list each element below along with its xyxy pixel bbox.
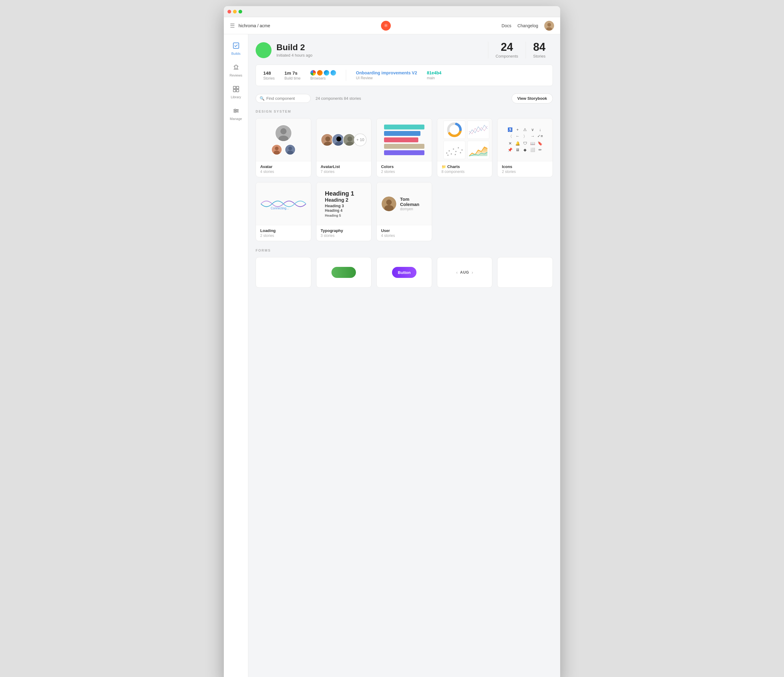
form-card-4[interactable]: ‹ AUG ›	[437, 257, 493, 288]
forms-grid: Button ‹ AUG ›	[256, 257, 553, 288]
area-chart	[468, 142, 489, 158]
edge-icon	[324, 70, 329, 76]
changelog-link[interactable]: Changelog	[517, 23, 538, 28]
sidebar-item-builds[interactable]: Builds	[226, 39, 246, 58]
close-button[interactable]	[227, 10, 231, 14]
icon-book: 📖	[530, 141, 535, 146]
svg-text:⚛: ⚛	[384, 23, 388, 28]
sidebar: Builds Reviews	[224, 34, 248, 677]
form-card-5[interactable]	[497, 257, 553, 288]
icon-arrow-left: ←	[515, 134, 520, 139]
topbar-center: ⚛	[270, 21, 501, 31]
svg-point-44	[458, 147, 459, 148]
svg-point-47	[447, 154, 449, 156]
colors-card-info: Colors 2 stories	[377, 161, 432, 177]
svg-point-13	[235, 109, 236, 110]
heading2-preview: Heading 2	[325, 197, 363, 204]
avatar-large	[275, 125, 292, 142]
view-storybook-button[interactable]: View Storybook	[512, 94, 553, 103]
avatarlist-card[interactable]: + 10 AvatarList 7 stories	[316, 118, 372, 177]
menu-icon[interactable]: ☰	[230, 22, 235, 29]
stories-value: 148	[263, 70, 275, 76]
library-label: Library	[231, 95, 241, 99]
avatar-row	[271, 144, 296, 155]
typography-card[interactable]: Heading 1 Heading 2 Heading 3 Heading 4 …	[316, 182, 372, 241]
avatar-small-1	[271, 144, 282, 155]
component-grid: Avatar 4 stories	[256, 118, 553, 241]
traffic-lights	[227, 10, 242, 14]
titlebar	[224, 6, 560, 17]
stories-stat: 84 Stories	[526, 42, 553, 58]
reviews-label: Reviews	[230, 73, 243, 77]
reviews-icon	[233, 64, 240, 72]
sidebar-item-manage[interactable]: Manage	[226, 105, 246, 124]
area-chart-cell	[467, 141, 489, 159]
build-info-bar: 148 Stories 1m 7s Build time Browsers	[256, 65, 553, 86]
ui-review-label: UI Review	[356, 76, 417, 80]
ui-review-link[interactable]: Onboarding improvements V2	[356, 70, 417, 75]
loading-card-info: Loading 2 stories	[256, 225, 311, 241]
toggle-switch	[331, 267, 356, 278]
sidebar-item-library[interactable]: Library	[226, 83, 246, 102]
charts-name: Charts	[447, 164, 460, 169]
build-stats: 24 Components 84 Stories	[488, 42, 553, 58]
color-bar-2	[384, 131, 420, 136]
icons-card[interactable]: ♿ + ⚠ ∨ ↓ 〈 ← 〉 → ✓≡ ✕ 🔔 🛡	[497, 118, 553, 177]
builds-icon	[233, 42, 240, 50]
build-status-indicator	[256, 42, 272, 58]
calendar-prev[interactable]: ‹	[456, 270, 458, 275]
icons-name: Icons	[502, 164, 548, 169]
user-card-info: User 4 stories	[377, 225, 432, 241]
app-logo: ⚛	[381, 21, 391, 31]
charts-card[interactable]: 📁 Charts 8 components	[437, 118, 493, 177]
commit-hash[interactable]: 81e4b4	[427, 70, 441, 75]
icon-plus: +	[515, 127, 520, 132]
user-card-avatar	[382, 197, 396, 211]
icons-card-info: Icons 2 stories	[498, 161, 552, 177]
avatarlist-stories: 7 stories	[321, 170, 367, 174]
topbar-right: Docs Changelog	[501, 21, 554, 31]
docs-link[interactable]: Docs	[501, 23, 511, 28]
svg-point-14	[236, 110, 238, 111]
design-system-section-title: DESIGN SYSTEM	[256, 109, 553, 113]
build-time-value: 1m 7s	[285, 70, 300, 76]
color-bar-3	[384, 137, 418, 142]
svg-point-20	[275, 147, 278, 150]
sidebar-item-reviews[interactable]: Reviews	[226, 61, 246, 80]
color-bar-1	[384, 125, 425, 129]
avatarlist-row: + 10	[321, 133, 367, 146]
icon-shield: 🛡	[522, 141, 528, 146]
loading-preview: Connecting...	[256, 183, 311, 225]
browsers-label: Browsers	[310, 76, 336, 81]
loading-card[interactable]: Connecting... Loading 2 stories	[256, 182, 311, 241]
avatar-card[interactable]: Avatar 4 stories	[256, 118, 311, 177]
main-layout: Builds Reviews	[224, 34, 560, 677]
icon-bookmark-2: 📌	[507, 148, 513, 152]
ui-review-info: Onboarding improvements V2 UI Review	[356, 70, 417, 80]
user-card[interactable]: Tom Coleman domyen User 4 stories	[376, 182, 432, 241]
minimize-button[interactable]	[233, 10, 236, 14]
avatarlist-name: AvatarList	[321, 164, 367, 169]
calendar-next[interactable]: ›	[471, 270, 473, 275]
loading-wave-svg: Connecting...	[261, 195, 306, 213]
form-card-1[interactable]	[256, 257, 311, 288]
forms-section-title: FORMS	[256, 248, 553, 252]
build-time-info: 1m 7s Build time	[285, 70, 300, 81]
icon-bookmark: 🔖	[537, 141, 543, 146]
svg-point-46	[461, 149, 463, 151]
stories-info: 148 Stories	[263, 70, 275, 81]
svg-point-38	[452, 127, 457, 133]
loading-stories: 2 stories	[260, 234, 307, 238]
avatar-name: Avatar	[260, 164, 307, 169]
build-subtitle: Initiated 4 hours ago	[277, 53, 313, 58]
form-card-3[interactable]: Button	[376, 257, 432, 288]
calendar-month: AUG	[460, 270, 469, 275]
form-card-2[interactable]	[316, 257, 372, 288]
calendar-nav: ‹ AUG ›	[456, 270, 473, 275]
colors-card[interactable]: Colors 2 stories	[376, 118, 432, 177]
icon-x: ✕	[507, 141, 513, 146]
search-input[interactable]	[266, 96, 307, 101]
colors-stack	[382, 122, 427, 158]
maximize-button[interactable]	[238, 10, 242, 14]
user-avatar[interactable]	[544, 21, 554, 31]
